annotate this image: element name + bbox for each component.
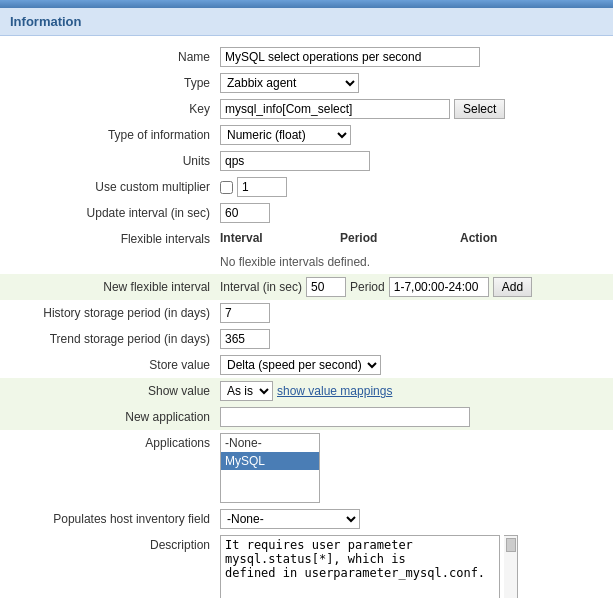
- form-container: Name Type Zabbix agent Zabbix agent (act…: [0, 36, 613, 598]
- row-update-interval: Update interval (in sec): [0, 200, 613, 226]
- row-store-value: Store value As is Delta (speed per secon…: [0, 352, 613, 378]
- period-label: Period: [350, 280, 385, 294]
- control-key: Select: [220, 99, 613, 119]
- label-name: Name: [0, 47, 220, 64]
- input-new-interval[interactable]: [306, 277, 346, 297]
- checkbox-multiplier[interactable]: [220, 181, 233, 194]
- input-key[interactable]: [220, 99, 450, 119]
- row-inventory: Populates host inventory field -None-: [0, 506, 613, 532]
- label-new-application: New application: [0, 407, 220, 424]
- select-show-value[interactable]: As is: [220, 381, 273, 401]
- label-flexible: Flexible intervals: [0, 229, 220, 246]
- row-applications: Applications -None- MySQL: [0, 430, 613, 506]
- row-units: Units: [0, 148, 613, 174]
- select-type-info[interactable]: Numeric (float) Numeric (unsigned) Chara…: [220, 125, 351, 145]
- control-type-info: Numeric (float) Numeric (unsigned) Chara…: [220, 125, 613, 145]
- app-item-none[interactable]: -None-: [221, 434, 319, 452]
- label-store-value: Store value: [0, 355, 220, 372]
- row-description: Description It requires user parameter m…: [0, 532, 613, 598]
- label-history: History storage period (in days): [0, 303, 220, 320]
- row-no-intervals: No flexible intervals defined.: [0, 250, 613, 274]
- control-type: Zabbix agent Zabbix agent (active) Simpl…: [220, 73, 613, 93]
- control-inventory: -None-: [220, 509, 613, 529]
- scrollbar-thumb: [506, 538, 516, 552]
- header-title: Information: [10, 14, 82, 29]
- row-new-flexible: New flexible interval Interval (in sec) …: [0, 274, 613, 300]
- select-inventory[interactable]: -None-: [220, 509, 360, 529]
- label-description: Description: [0, 535, 220, 552]
- row-name: Name: [0, 44, 613, 70]
- row-history: History storage period (in days): [0, 300, 613, 326]
- flex-col-interval: Interval: [220, 231, 340, 245]
- label-trend: Trend storage period (in days): [0, 329, 220, 346]
- control-flexible-header: Interval Period Action: [220, 229, 613, 247]
- label-units: Units: [0, 151, 220, 168]
- scrollbar-description[interactable]: [504, 535, 518, 598]
- row-multiplier: Use custom multiplier: [0, 174, 613, 200]
- input-name[interactable]: [220, 47, 480, 67]
- page-wrapper: Information Name Type Zabbix agent Zabbi…: [0, 0, 613, 598]
- show-value-mappings-link[interactable]: show value mappings: [277, 384, 392, 398]
- control-history: [220, 303, 613, 323]
- control-new-application: [220, 407, 613, 427]
- row-type-info: Type of information Numeric (float) Nume…: [0, 122, 613, 148]
- row-new-application: New application: [0, 404, 613, 430]
- no-intervals-text: No flexible intervals defined.: [220, 253, 370, 271]
- label-no-intervals-empty: [0, 253, 220, 256]
- control-description: It requires user parameter mysql.status[…: [220, 535, 613, 598]
- control-trend: [220, 329, 613, 349]
- flexible-table-header: Interval Period Action: [220, 229, 560, 247]
- header-bar: Information: [0, 8, 613, 36]
- label-type-info: Type of information: [0, 125, 220, 142]
- add-button[interactable]: Add: [493, 277, 532, 297]
- input-history[interactable]: [220, 303, 270, 323]
- control-applications: -None- MySQL: [220, 433, 613, 503]
- select-type[interactable]: Zabbix agent Zabbix agent (active) Simpl…: [220, 73, 359, 93]
- control-new-flexible: Interval (in sec) Period Add: [220, 277, 613, 297]
- top-bar: [0, 0, 613, 8]
- control-no-intervals: No flexible intervals defined.: [220, 253, 613, 271]
- input-period[interactable]: [389, 277, 489, 297]
- input-trend[interactable]: [220, 329, 270, 349]
- control-name: [220, 47, 613, 67]
- label-update-interval: Update interval (in sec): [0, 203, 220, 220]
- input-multiplier[interactable]: [237, 177, 287, 197]
- textarea-description[interactable]: It requires user parameter mysql.status[…: [220, 535, 500, 598]
- flex-col-period: Period: [340, 231, 460, 245]
- label-key: Key: [0, 99, 220, 116]
- control-units: [220, 151, 613, 171]
- label-applications: Applications: [0, 433, 220, 450]
- row-show-value: Show value As is show value mappings: [0, 378, 613, 404]
- control-multiplier: [220, 177, 613, 197]
- row-trend: Trend storage period (in days): [0, 326, 613, 352]
- control-show-value: As is show value mappings: [220, 381, 613, 401]
- interval-sec-label: Interval (in sec): [220, 280, 302, 294]
- applications-list[interactable]: -None- MySQL: [220, 433, 320, 503]
- select-button[interactable]: Select: [454, 99, 505, 119]
- control-store-value: As is Delta (speed per second) Delta (si…: [220, 355, 613, 375]
- label-new-flexible: New flexible interval: [0, 277, 220, 294]
- input-units[interactable]: [220, 151, 370, 171]
- row-flexible-header: Flexible intervals Interval Period Actio…: [0, 226, 613, 250]
- label-inventory: Populates host inventory field: [0, 509, 220, 526]
- flex-col-action: Action: [460, 231, 560, 245]
- row-type: Type Zabbix agent Zabbix agent (active) …: [0, 70, 613, 96]
- select-store-value[interactable]: As is Delta (speed per second) Delta (si…: [220, 355, 381, 375]
- input-update-interval[interactable]: [220, 203, 270, 223]
- app-item-mysql[interactable]: MySQL: [221, 452, 319, 470]
- row-key: Key Select: [0, 96, 613, 122]
- label-type: Type: [0, 73, 220, 90]
- label-multiplier: Use custom multiplier: [0, 177, 220, 194]
- input-new-application[interactable]: [220, 407, 470, 427]
- control-update-interval: [220, 203, 613, 223]
- label-show-value: Show value: [0, 381, 220, 398]
